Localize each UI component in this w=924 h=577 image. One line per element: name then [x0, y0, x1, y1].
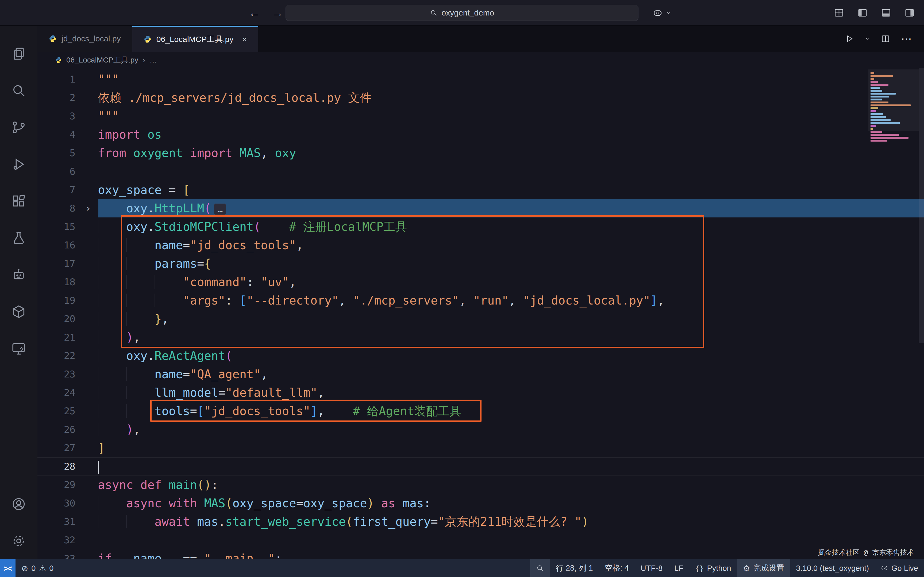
toggle-panel-button[interactable] — [881, 8, 892, 18]
sidebar-item-testing[interactable] — [0, 219, 37, 256]
code-line[interactable]: 22 oxy.ReActAgent( — [37, 347, 924, 365]
command-center-search[interactable]: oxygent_demo — [286, 5, 638, 21]
code-line[interactable]: 1""" — [37, 70, 924, 89]
sidebar-item-extensions[interactable] — [0, 183, 37, 219]
code-text: """ — [98, 107, 924, 125]
run-dropdown-chevron-icon[interactable] — [865, 36, 870, 41]
line-number: 28 — [37, 457, 98, 475]
code-line[interactable]: 17 params={ — [37, 254, 924, 273]
search-icon — [11, 83, 26, 98]
cursor-caret — [98, 461, 99, 474]
line-number: 33 — [37, 549, 98, 559]
code-line[interactable]: 24 llm_model="default_llm", — [37, 383, 924, 402]
code-line[interactable]: 16 name="jd_docs_tools", — [37, 236, 924, 254]
run-button[interactable] — [845, 34, 854, 43]
customize-layout-button[interactable] — [834, 8, 844, 18]
code-line[interactable]: 28 — [37, 457, 924, 475]
sidebar-item-explorer[interactable] — [0, 35, 37, 72]
line-number: 26 — [37, 420, 98, 438]
code-line[interactable]: 23 name="QA_agent", — [37, 365, 924, 383]
tab-jd-docs-local[interactable]: jd_docs_local.py — [37, 26, 132, 52]
extensions-icon — [11, 193, 26, 209]
code-text: ), — [98, 420, 924, 438]
more-actions-icon[interactable]: ⋯ — [901, 32, 912, 45]
code-line[interactable]: 25 tools=["jd_docs_tools"], # 给Agent装配工具 — [37, 402, 924, 420]
code-line[interactable]: 33if __name__ == "__main__": — [37, 549, 924, 559]
gear-icon — [11, 533, 26, 549]
magnifier-icon — [536, 564, 544, 572]
code-text — [98, 457, 924, 475]
toggle-secondary-sidebar-button[interactable] — [904, 8, 915, 18]
code-line[interactable]: 7oxy_space = [ — [37, 181, 924, 199]
toggle-sidebar-button[interactable] — [857, 8, 868, 18]
scrollbar[interactable] — [919, 68, 924, 559]
line-number: 16 — [37, 236, 98, 254]
code-text: if __name__ == "__main__": — [98, 549, 924, 559]
indentation-status[interactable]: 空格: 4 — [599, 559, 635, 577]
monitor-gear-icon — [11, 341, 26, 356]
setup-status[interactable]: ⚙ 完成设置 — [737, 559, 790, 577]
copilot-button[interactable] — [653, 8, 672, 18]
code-line[interactable]: 20 }, — [37, 309, 924, 328]
code-line[interactable]: 2依赖 ./mcp_servers/jd_docs_local.py 文件 — [37, 89, 924, 107]
code-line[interactable]: 19 "args": ["--directory", "./mcp_server… — [37, 291, 924, 309]
git-branch-icon — [11, 120, 26, 135]
editor[interactable]: 1"""2依赖 ./mcp_servers/jd_docs_local.py 文… — [37, 68, 924, 559]
eol-status[interactable]: LF — [669, 559, 689, 577]
sidebar-item-package[interactable] — [0, 293, 37, 330]
code-line[interactable]: 4import os — [37, 125, 924, 144]
sidebar-item-remote-monitor[interactable] — [0, 330, 37, 367]
sidebar-item-search[interactable] — [0, 72, 37, 109]
tab-label: 06_LocalMCP工具.py — [157, 34, 233, 45]
code-line[interactable]: 18 "command": "uv", — [37, 273, 924, 291]
code-text: name="QA_agent", — [98, 365, 924, 383]
code-line[interactable]: 26 ), — [37, 420, 924, 438]
minimap[interactable] — [871, 71, 916, 143]
code-line[interactable]: 6 — [37, 162, 924, 181]
code-line[interactable]: 8› oxy.HttpLLM(… — [37, 199, 924, 218]
cursor-position[interactable]: 行 28, 列 1 — [550, 559, 599, 577]
tab-06-localmcp[interactable]: 06_LocalMCP工具.py × — [132, 26, 258, 52]
go-live[interactable]: Go Live — [875, 559, 924, 577]
line-number: 6 — [37, 162, 98, 181]
close-icon[interactable]: × — [242, 34, 247, 44]
python-file-icon — [55, 56, 62, 64]
line-number: 32 — [37, 531, 98, 549]
remote-indicator[interactable]: >< — [0, 559, 16, 577]
line-number: 19 — [37, 291, 98, 309]
encoding-status[interactable]: UTF-8 — [635, 559, 669, 577]
split-editor-icon[interactable] — [881, 34, 890, 44]
forward-button[interactable]: → — [271, 6, 283, 19]
code-line[interactable]: 27] — [37, 438, 924, 457]
copilot-icon — [653, 8, 663, 18]
line-number: 1 — [37, 70, 98, 89]
explorer-icon — [11, 46, 26, 61]
account-button[interactable] — [0, 486, 37, 522]
line-number: 18 — [37, 273, 98, 291]
code-line[interactable]: 30 async with MAS(oxy_space=oxy_space) a… — [37, 494, 924, 513]
code-line[interactable]: 21 ), — [37, 328, 924, 347]
code-line[interactable]: 5from oxygent import MAS, oxy — [37, 144, 924, 162]
broadcast-icon — [881, 564, 888, 572]
run-debug-icon — [11, 156, 26, 172]
problems-status[interactable]: ⊘ 0 ⚠ 0 — [16, 559, 59, 577]
sidebar-item-run-debug[interactable] — [0, 146, 37, 183]
breadcrumb-more[interactable]: … — [149, 56, 157, 64]
code-line[interactable]: 3""" — [37, 107, 924, 125]
settings-button[interactable] — [0, 522, 37, 559]
language-mode[interactable]: {} Python — [689, 559, 737, 577]
back-button[interactable]: ← — [249, 6, 260, 19]
code-text: "command": "uv", — [98, 273, 924, 291]
sidebar-item-robot[interactable] — [0, 256, 37, 293]
breadcrumb-file[interactable]: 06_LocalMCP工具.py — [66, 55, 138, 65]
code-line[interactable]: 32 — [37, 531, 924, 549]
code-line[interactable]: 31 await mas.start_web_service(first_que… — [37, 513, 924, 531]
python-interpreter[interactable]: 3.10.0 (test_oxygent) — [790, 559, 875, 577]
breadcrumb[interactable]: 06_LocalMCP工具.py › … — [37, 52, 924, 68]
code-line[interactable]: 15 oxy.StdioMCPClient( # 注册LocalMCP工具 — [37, 218, 924, 236]
line-number: 7 — [37, 181, 98, 199]
zoom-status[interactable] — [530, 559, 550, 577]
sidebar-item-source-control[interactable] — [0, 109, 37, 146]
code-line[interactable]: 29async def main(): — [37, 475, 924, 494]
fold-chevron-icon[interactable]: › — [86, 199, 91, 218]
